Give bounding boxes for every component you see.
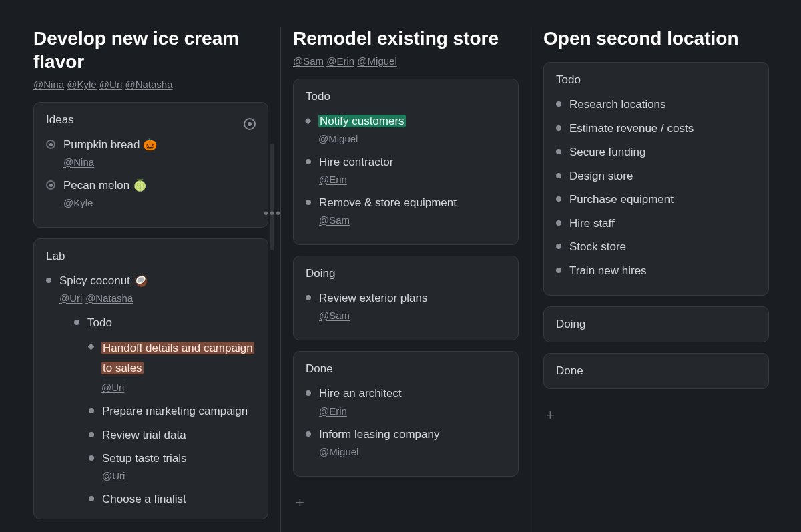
mention-link[interactable]: @Kyle — [63, 196, 93, 211]
item-text: Secure funding — [569, 146, 645, 158]
card-title: Todo — [556, 73, 756, 87]
add-card-button[interactable]: + — [293, 490, 519, 515]
card-doing[interactable]: Doing — [543, 306, 769, 342]
item-text: Notify customers — [318, 115, 406, 127]
list-item[interactable]: Pumpkin bread 🎃 @Nina — [46, 135, 256, 172]
bullet-icon — [556, 149, 561, 154]
item-text: Hire staff — [569, 217, 615, 230]
radio-bullet-icon — [46, 140, 55, 149]
item-text: Pecan melon 🍈 — [63, 179, 147, 192]
radio-icon[interactable] — [244, 118, 256, 130]
item-text: Research locations — [569, 98, 666, 111]
assignee-link[interactable]: @Natasha — [125, 79, 172, 90]
item-text: Prepare marketing campaign — [102, 405, 248, 417]
add-card-button[interactable]: + — [543, 403, 769, 428]
mention-link[interactable]: @Miguel — [318, 131, 358, 147]
list-item[interactable]: Prepare marketing campaign — [89, 401, 256, 421]
list-item[interactable]: Spicy coconut 🥥 @Uri @Natasha Todo — [46, 271, 256, 515]
section-title: Todo — [87, 316, 112, 329]
mention-link[interactable]: @Nina — [63, 155, 94, 170]
list-item[interactable]: Estimate revenue / costs — [556, 119, 756, 139]
card-done[interactable]: Done — [543, 353, 769, 389]
kanban-board: Develop new ice cream flavor @Nina @Kyle… — [33, 27, 781, 532]
list-item[interactable]: Remove & store equipment @Sam — [306, 193, 506, 230]
mention-link[interactable]: @Erin — [319, 172, 347, 188]
item-text: Remove & store equipment — [319, 196, 457, 209]
list-item[interactable]: Secure funding — [556, 142, 756, 162]
list-item[interactable]: Review trial data — [89, 425, 256, 445]
card-todo[interactable]: Todo Research locations Estimate revenue… — [543, 62, 769, 296]
mention-link[interactable]: @Sam — [319, 213, 350, 228]
bullet-icon — [556, 268, 561, 273]
list-item[interactable]: Hire contractor @Erin — [306, 152, 506, 189]
mention-link[interactable]: @Miguel — [319, 445, 358, 460]
assignee-link[interactable]: @Sam — [293, 55, 324, 67]
mention-link[interactable]: @Sam — [319, 308, 350, 324]
bullet-icon — [46, 278, 51, 283]
list-item[interactable]: Pecan melon 🍈 @Kyle — [46, 176, 256, 212]
item-text: Inform leasing company — [319, 428, 439, 441]
mention-link[interactable]: @Natasha — [85, 291, 133, 306]
bullet-icon — [556, 196, 561, 202]
list-item[interactable]: Inform leasing company @Miguel — [306, 425, 506, 461]
column-title: Remodel existing store — [293, 27, 519, 50]
mention-link[interactable]: @Uri — [102, 469, 125, 484]
bullet-icon — [556, 244, 561, 249]
list-item[interactable]: Setup taste trials @Uri — [89, 449, 256, 485]
list-item[interactable]: Choose a finalist — [89, 489, 256, 509]
card-lab[interactable]: Lab Spicy coconut 🥥 @Uri @Natasha Todo — [33, 238, 268, 519]
card-title: Done — [306, 362, 506, 376]
assignee-link[interactable]: @Kyle — [67, 79, 96, 90]
bullet-icon — [556, 220, 561, 226]
item-text: Handoff details and campaign to sales — [101, 342, 254, 375]
list-item[interactable]: Stock store — [556, 237, 756, 257]
more-menu-icon[interactable]: ••• — [264, 206, 282, 221]
drag-handle[interactable] — [270, 144, 274, 250]
bullet-icon — [306, 431, 311, 437]
list-item[interactable]: Hire an architect @Erin — [306, 384, 506, 421]
list-item[interactable]: Research locations — [556, 95, 756, 115]
assignee-link[interactable]: @Miguel — [357, 55, 396, 67]
list-item[interactable]: Hire staff — [556, 214, 756, 234]
item-text: Design store — [569, 170, 633, 182]
card-title: Ideas — [46, 113, 74, 127]
item-text: Review trial data — [102, 429, 186, 441]
column-assignees: @Sam @Erin @Miguel — [293, 55, 519, 67]
column-title: Open second location — [543, 27, 769, 50]
bullet-icon — [74, 320, 79, 325]
list-item[interactable]: Purchase equipment — [556, 190, 756, 210]
list-item[interactable]: Review exterior plans @Sam — [306, 288, 506, 325]
column-title: Develop new ice cream flavor — [33, 27, 268, 73]
list-item[interactable]: Todo — [74, 313, 256, 333]
mention-link[interactable]: @Erin — [319, 404, 347, 419]
card-title: Todo — [306, 90, 506, 103]
bullet-icon — [556, 173, 561, 178]
item-text: Hire contractor — [319, 156, 393, 168]
bullet-icon — [306, 159, 311, 164]
list-item[interactable]: Handoff details and campaign to sales @U… — [89, 337, 256, 398]
item-text: Review exterior plans — [319, 292, 428, 304]
assignee-link[interactable]: @Erin — [326, 55, 354, 67]
bullet-icon — [306, 200, 311, 205]
item-text: Pumpkin bread 🎃 — [63, 138, 157, 151]
list-item[interactable]: Notify customers @Miguel — [306, 111, 506, 148]
bullet-icon — [306, 390, 311, 396]
card-title: Done — [556, 364, 756, 378]
item-text: Hire an architect — [319, 387, 402, 400]
mention-link[interactable]: @Uri — [59, 291, 82, 306]
mention-link[interactable]: @Uri — [101, 380, 124, 396]
bullet-icon — [89, 455, 94, 461]
bullet-icon — [89, 496, 94, 501]
card-todo[interactable]: Todo Notify customers @Miguel Hire contr… — [293, 79, 519, 245]
assignee-link[interactable]: @Nina — [33, 79, 64, 90]
card-title: Doing — [306, 267, 506, 280]
card-done[interactable]: Done Hire an architect @Erin Inform leas… — [293, 351, 519, 477]
item-text: Estimate revenue / costs — [569, 122, 694, 135]
item-text: Spicy coconut 🥥 — [59, 274, 148, 287]
card-doing[interactable]: Doing Review exterior plans @Sam — [293, 256, 519, 340]
list-item[interactable]: Design store — [556, 166, 756, 186]
card-ideas[interactable]: Ideas Pumpkin bread 🎃 @Nina Pecan melon … — [33, 102, 268, 228]
item-text: Choose a finalist — [102, 493, 186, 505]
assignee-link[interactable]: @Uri — [99, 79, 122, 90]
list-item[interactable]: Train new hires — [556, 261, 756, 281]
